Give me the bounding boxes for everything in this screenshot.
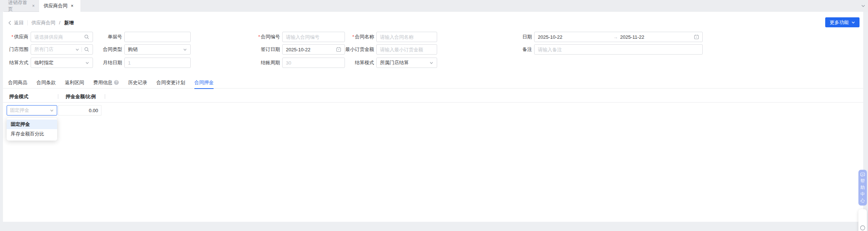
chat-bubble-icon: [860, 172, 865, 177]
contract-name-label: *合同名称: [319, 32, 374, 42]
deposit-amount-input[interactable]: [62, 108, 98, 113]
min-order-input[interactable]: [380, 47, 433, 52]
more-actions-label: 更多功能: [830, 19, 849, 26]
tab-history[interactable]: 历史记录: [128, 77, 147, 89]
column-divider: [105, 94, 105, 99]
main-panel: 返回 供应商合同 / 新增 更多功能 *供应商 单据号 *合同编号 *合同名称 …: [3, 12, 863, 222]
help-center-char: 助: [861, 185, 865, 190]
close-icon[interactable]: ×: [71, 4, 73, 8]
help-center-char: 中: [861, 192, 865, 197]
chevron-down-icon: [50, 108, 54, 113]
help-circle-icon[interactable]: ?: [114, 80, 119, 85]
breadcrumb-parent[interactable]: 供应商合同: [31, 20, 55, 26]
chevron-down-icon: [429, 61, 433, 65]
deposit-amount-header: 押金金额/比例: [58, 93, 105, 100]
doc-no-input[interactable]: [128, 34, 187, 40]
month-settle-day-label: 月结日期: [67, 58, 122, 68]
remark-label: 备注: [477, 44, 532, 55]
calendar-icon: [694, 34, 699, 39]
back-label: 返回: [14, 20, 24, 26]
deposit-amount-field[interactable]: [58, 105, 101, 116]
contract-name-input[interactable]: [380, 34, 433, 40]
contract-name-field[interactable]: [376, 32, 437, 42]
help-center-button[interactable]: 帮 助 中 心: [858, 170, 867, 206]
tab-rebate-range[interactable]: 返利区间: [65, 77, 84, 89]
divider: [27, 20, 28, 25]
contract-no-label: *合同编号: [225, 32, 280, 42]
tab-contract-terms[interactable]: 合同条款: [37, 77, 56, 89]
breadcrumb-current: 新增: [64, 20, 74, 26]
window-tab-supplier-contract[interactable]: 供应商合同 ×: [39, 0, 80, 12]
doc-no-field[interactable]: [124, 32, 191, 42]
month-settle-day-field[interactable]: [124, 58, 191, 68]
tab-change-plan[interactable]: 合同变更计划: [156, 77, 185, 89]
chevron-left-icon: [8, 21, 12, 25]
window-tab-bar: 进销存首页 × 供应商合同 ×: [0, 0, 868, 12]
circle-icon: [860, 220, 865, 231]
month-settle-day-input[interactable]: [128, 60, 187, 66]
settle-method-label: 结算方式: [3, 58, 28, 68]
settle-cycle-label: 结账周期: [225, 58, 280, 68]
close-icon[interactable]: ×: [32, 4, 35, 8]
deposit-mode-value: 固定押金: [10, 107, 48, 114]
customer-service-button[interactable]: [858, 209, 867, 231]
deposit-mode-header: 押金模式: [3, 93, 58, 100]
dropdown-option-stock-percentage[interactable]: 库存金额百分比: [7, 129, 57, 139]
section-tab-bar: 合同商品 合同条款 返利区间 费用信息 ? 历史记录 合同变更计划 合同押金: [3, 77, 863, 89]
deposit-mode-select[interactable]: 固定押金: [7, 105, 57, 116]
chevron-down-icon: [851, 21, 855, 24]
window-tab-supplier-contract-label: 供应商合同: [44, 3, 68, 9]
window-tab-home[interactable]: 进销存首页 ×: [4, 0, 39, 12]
date-range-label: 日期: [477, 32, 532, 42]
breadcrumb-separator: /: [59, 20, 60, 25]
arrow-right-icon: →: [613, 34, 618, 40]
more-actions-button[interactable]: 更多功能: [825, 17, 860, 27]
tab-fee-info[interactable]: 费用信息 ?: [93, 77, 119, 89]
sign-date-label: 签订日期: [225, 44, 280, 55]
deposit-mode-dropdown: 固定押金 库存金额百分比: [7, 118, 57, 141]
remark-input[interactable]: [538, 47, 699, 52]
dropdown-option-fixed-deposit[interactable]: 固定押金: [7, 120, 57, 129]
window-tab-home-label: 进销存首页: [8, 0, 29, 13]
breadcrumb: 返回 供应商合同 / 新增: [8, 18, 74, 28]
doc-no-label: 单据号: [67, 32, 122, 42]
date-range-end[interactable]: 2025-11-22: [620, 34, 692, 40]
deposit-table-header: 押金模式 押金金额/比例: [3, 91, 863, 103]
settle-mode-label: 结算模式: [319, 58, 374, 68]
supplier-label: *供应商: [3, 32, 28, 42]
contract-type-select[interactable]: 购销: [124, 44, 191, 55]
contract-type-label: 合同类型: [67, 44, 122, 55]
help-center-char: 帮: [861, 178, 865, 184]
settle-mode-value: 所属门店结算: [380, 59, 427, 66]
remark-field[interactable]: [534, 44, 703, 55]
back-button[interactable]: 返回: [8, 20, 24, 26]
date-range-picker[interactable]: 2025-10-22 → 2025-11-22: [534, 32, 703, 42]
help-center-char: 心: [861, 198, 865, 204]
settle-mode-select[interactable]: 所属门店结算: [376, 58, 437, 68]
date-range-start[interactable]: 2025-10-22: [538, 34, 611, 40]
min-order-label: 最小订货金额: [319, 44, 374, 55]
tab-contract-deposit[interactable]: 合同押金: [194, 77, 214, 89]
min-order-field[interactable]: [376, 44, 437, 55]
contract-type-value: 购销: [128, 46, 181, 53]
tab-contract-goods[interactable]: 合同商品: [8, 77, 27, 89]
chevron-down-icon[interactable]: [861, 4, 865, 9]
chevron-down-icon: [183, 48, 187, 52]
store-scope-label: 门店范围: [3, 44, 28, 55]
